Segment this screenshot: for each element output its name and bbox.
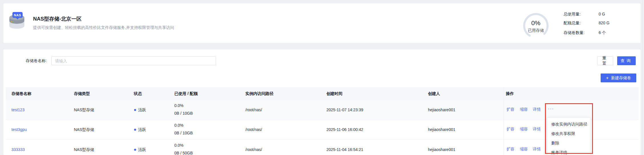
stat-volume-count-value: 6 个 — [599, 30, 606, 35]
stat-total-used-label: 总使用量: — [564, 12, 581, 17]
create-volume-label: 新建存储卷 — [611, 75, 631, 81]
create-volume-button[interactable]: + 新建存储卷 — [601, 73, 636, 82]
volume-name-link[interactable]: test3gpu — [11, 127, 27, 132]
col-usage-quota: 已使用 / 配额 — [174, 87, 198, 100]
col-actions: 操作 — [506, 87, 514, 100]
detail-action[interactable]: 详情 — [533, 127, 541, 132]
more-actions-icon[interactable]: ··· — [548, 106, 554, 111]
col-instance-path: 实例内访问路径 — [245, 87, 273, 100]
fixed-column-divider — [504, 87, 504, 155]
created-time: 2025-11-06 16:00:42 — [326, 127, 363, 132]
status-text: 活跃 — [138, 107, 146, 113]
usage-percent: 0% — [522, 19, 550, 27]
created-time: 2025-11-07 14:23:39 — [326, 107, 363, 113]
page-title: NAS型存储-北京一区 — [33, 15, 82, 22]
svg-text:NAS: NAS — [14, 13, 21, 17]
storage-type: NAS型存储 — [74, 147, 94, 152]
creator: hejiaoshare001 — [428, 107, 455, 113]
menu-item-modify-share[interactable]: 修改共享权限 — [547, 129, 590, 138]
expand-action[interactable]: 扩容 — [506, 127, 514, 132]
col-created-time: 创建时间 — [326, 87, 342, 100]
menu-item-billing-detail[interactable]: 账单详情 — [547, 148, 590, 155]
table-header: 存储卷名称 存储类型 状态 已使用 / 配额 实例内访问路径 创建时间 创建人 … — [6, 87, 639, 100]
usage-percent: 0.0% — [174, 143, 183, 148]
stat-quota-total-value: 820 G — [599, 21, 609, 25]
usage-detail: 0B / 10GB — [174, 131, 193, 135]
status-text: 活跃 — [138, 147, 146, 152]
volume-name-filter-label: 存储卷名称: — [17, 56, 47, 65]
stat-volume-count-label: 存储卷数量: — [564, 30, 585, 35]
query-button[interactable]: 查询 — [617, 56, 636, 65]
volume-name-input[interactable] — [51, 56, 216, 65]
menu-item-delete[interactable]: 删除 — [547, 138, 590, 148]
reset-button[interactable]: 重置 — [597, 56, 613, 65]
usage-percent: 0.0% — [174, 103, 183, 108]
window-right-border — [642, 0, 643, 155]
page-description: 提供可按需创建、轻松挂载的高性价比文件存储服务,并支持权限管理与共享访问 — [33, 25, 174, 30]
table-row: test123 NAS型存储 活跃 0.0% 0B / 10GB /root/n… — [6, 100, 639, 120]
volume-name-link[interactable]: 333333 — [11, 147, 25, 152]
creator: hejiaoshare001 — [428, 127, 455, 132]
stat-quota-total-label: 配额总量: — [564, 21, 581, 26]
menu-item-modify-path[interactable]: 修改实例内访问路径 — [547, 120, 590, 129]
status-dot — [134, 129, 136, 131]
usage-gauge-label: 已用存储 — [522, 28, 550, 33]
stat-total-used-value: 0 G — [599, 12, 605, 16]
storage-type: NAS型存储 — [74, 127, 94, 132]
nas-storage-icon: NAS — [7, 12, 26, 30]
instance-path: /root/nas/ — [245, 147, 262, 152]
expand-action[interactable]: 扩容 — [506, 107, 514, 112]
instance-path: /root/nas/ — [245, 107, 262, 113]
created-time: 2025-11-04 16:54:21 — [326, 147, 363, 152]
expand-action[interactable]: 扩容 — [506, 147, 514, 152]
col-storage-type: 存储类型 — [74, 87, 90, 100]
status-text: 活跃 — [138, 127, 146, 132]
table-row: 333333 NAS型存储 活跃 0.0% 0B / 50GB /root/na… — [6, 139, 639, 155]
creator: hejiaoshare001 — [428, 147, 455, 152]
volume-name-link[interactable]: test123 — [11, 107, 25, 113]
status-dot — [134, 109, 136, 111]
status-dot — [134, 149, 136, 151]
usage-detail: 0B / 10GB — [174, 111, 193, 116]
detail-action[interactable]: 详情 — [533, 147, 541, 152]
storage-type: NAS型存储 — [74, 107, 94, 113]
usage-percent: 0.0% — [174, 123, 183, 128]
col-creator: 创建人 — [428, 87, 440, 100]
col-status: 状态 — [134, 87, 142, 100]
shrink-action[interactable]: 缩容 — [520, 147, 528, 152]
plus-icon: + — [606, 75, 609, 81]
shrink-action[interactable]: 缩容 — [520, 127, 528, 132]
shrink-action[interactable]: 缩容 — [520, 107, 528, 112]
usage-gauge: 0% 已用存储 — [522, 12, 550, 39]
detail-action[interactable]: 详情 — [533, 107, 541, 112]
more-actions-dropdown: 修改实例内访问路径 修改共享权限 删除 账单详情 — [547, 118, 591, 155]
table-row: test3gpu NAS型存储 活跃 0.0% 0B / 10GB /root/… — [6, 120, 639, 140]
col-volume-name: 存储卷名称 — [11, 87, 31, 100]
instance-path: /root/nas/ — [245, 127, 262, 132]
usage-detail: 0B / 50GB — [174, 151, 193, 155]
